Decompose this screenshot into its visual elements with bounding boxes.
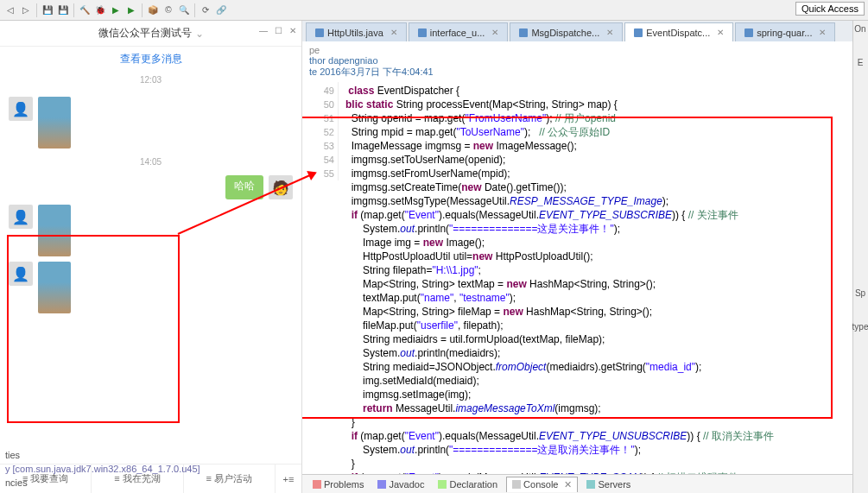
code-line[interactable]: String mediaid=JSONObject.fromObject(med…: [345, 360, 852, 374]
avatar-icon[interactable]: 👤: [9, 205, 33, 229]
console-icon: [512, 480, 521, 489]
tab-declaration[interactable]: Declaration: [433, 477, 503, 491]
timestamp-2: 14:05: [9, 154, 293, 170]
tab-javadoc[interactable]: Javadoc: [372, 477, 429, 491]
image-bubble[interactable]: [38, 205, 71, 256]
frag-jre-library[interactable]: y [com.sun.java.jdk7.win32.x86_64_1.7.0.…: [5, 462, 237, 476]
code-line[interactable]: img.setMediaId(mediaid);: [345, 374, 852, 388]
tab-console[interactable]: Console ✕: [506, 477, 578, 492]
nav-fwd-icon[interactable]: ▷: [19, 3, 33, 17]
editor-tab[interactable]: EventDispatc...✕: [624, 22, 733, 41]
code-line[interactable]: System.out.println("==============这是取消关注…: [345, 443, 852, 457]
code-line[interactable]: }: [345, 457, 852, 471]
code-line[interactable]: fileMap.put("userfile", filepath);: [345, 319, 852, 332]
chat-body[interactable]: 👤 14:05 哈哈 🧑 👤 👤: [0, 88, 301, 464]
sync-icon[interactable]: ⟳: [199, 3, 212, 17]
editor-meta: pe thor dapengniao te 2016年3月7日 下午4:04:4…: [302, 41, 852, 82]
chevron-down-icon[interactable]: ⌄: [195, 28, 204, 40]
tab-problems[interactable]: Problems: [307, 477, 369, 491]
code-line[interactable]: Image img = new Image();: [345, 236, 852, 250]
code-line[interactable]: imgmsg.setToUserName(openid);: [345, 153, 852, 167]
new-class-icon[interactable]: ©: [162, 3, 175, 17]
open-type-icon[interactable]: 🔍: [177, 3, 191, 17]
tab-label: MsgDispatche...: [531, 28, 599, 38]
type-view-icon[interactable]: type: [852, 322, 868, 332]
build-icon[interactable]: 🔨: [78, 3, 92, 17]
code-line[interactable]: String openid = map.get("FromUserName");…: [345, 111, 852, 125]
view-more-link[interactable]: 查看更多消息: [0, 47, 301, 72]
debug-icon[interactable]: 🐞: [93, 3, 107, 17]
code-line[interactable]: Map<String, String> fileMap = new HashMa…: [345, 305, 852, 319]
bottom-view-tabs: Problems Javadoc Declaration Console ✕ S…: [302, 474, 852, 493]
tab-servers[interactable]: Servers: [581, 477, 636, 491]
tab-label: EventDispatc...: [646, 28, 710, 38]
new-pkg-icon[interactable]: 📦: [146, 3, 160, 17]
run-icon[interactable]: ▶: [109, 3, 123, 17]
minimize-icon[interactable]: —: [259, 26, 268, 35]
code-line[interactable]: if (map.get("Event").equals(MessageUtil.…: [345, 471, 852, 474]
code-line[interactable]: return MessageUtil.imageMessageToXml(img…: [345, 401, 852, 415]
code-line[interactable]: ImageMessage imgmsg = new ImageMessage()…: [345, 139, 852, 153]
editor-tab[interactable]: interface_u...✕: [409, 22, 509, 41]
code-line[interactable]: String filepath="H:\\1.jpg";: [345, 263, 852, 277]
tab-label: HttpUtils.java: [327, 28, 383, 38]
code-line[interactable]: imgmsg.setFromUserName(mpid);: [345, 167, 852, 180]
code-line[interactable]: textMap.put("name", "testname");: [345, 291, 852, 305]
close-icon[interactable]: ✕: [819, 28, 826, 37]
java-file-icon: [744, 28, 753, 37]
footer-btn-more[interactable]: +≡: [276, 465, 301, 493]
editor-area: HttpUtils.java✕interface_u...✕MsgDispatc…: [302, 21, 852, 493]
maximize-icon[interactable]: ☐: [275, 26, 282, 35]
java-file-icon: [315, 28, 324, 37]
save-all-icon[interactable]: 💾: [56, 3, 70, 17]
code-line[interactable]: String mpid = map.get("ToUserName"); // …: [345, 125, 852, 139]
quick-access-box[interactable]: Quick Access: [795, 2, 865, 16]
image-bubble[interactable]: [38, 97, 71, 149]
outline-view-icon[interactable]: On: [854, 24, 865, 34]
code-line[interactable]: blic static String processEvent(Map<Stri…: [345, 98, 852, 111]
editor-tab[interactable]: HttpUtils.java✕: [306, 22, 407, 41]
editor-tab[interactable]: spring-quar...✕: [735, 22, 835, 41]
java-file-icon: [634, 28, 643, 37]
close-icon[interactable]: ✕: [564, 479, 572, 490]
package-explorer-fragment: ties y [com.sun.java.jdk7.win32.x86_64_1…: [0, 445, 242, 493]
code-line[interactable]: System.out.println("==============这是关注事件…: [345, 222, 852, 236]
declaration-icon: [438, 480, 447, 489]
close-icon[interactable]: ✕: [390, 28, 397, 37]
frag-ncies: ncies: [5, 476, 237, 490]
code-line[interactable]: }: [345, 415, 852, 429]
image-bubble[interactable]: [38, 262, 71, 313]
code-editor[interactable]: 49505152535455 class EventDispatcher {bl…: [302, 82, 852, 474]
code-line[interactable]: class EventDispatcher {: [345, 84, 852, 98]
close-icon[interactable]: ✕: [289, 26, 296, 35]
perspective-bar: On E Sp type: [852, 24, 868, 332]
run-ext-icon[interactable]: ▶: [124, 3, 138, 17]
text-bubble[interactable]: 哈哈: [225, 175, 263, 199]
editor-tab[interactable]: MsgDispatche...✕: [510, 22, 623, 41]
avatar-icon[interactable]: 👤: [9, 262, 33, 286]
main-toolbar: ◁ ▷ 💾 💾 🔨 🐞 ▶ ▶ 📦 © 🔍 ⟳ 🔗: [0, 0, 868, 21]
chat-title-bar: 微信公众平台测试号 ⌄ — ☐ ✕: [0, 21, 301, 47]
spring-view-icon[interactable]: Sp: [855, 288, 865, 298]
incoming-image-msg: 👤: [9, 262, 293, 313]
save-icon[interactable]: 💾: [41, 3, 54, 17]
close-icon[interactable]: ✕: [491, 28, 498, 37]
code-line[interactable]: if (map.get("Event").equals(MessageUtil.…: [345, 208, 852, 222]
meta-author: thor dapengniao: [309, 55, 378, 66]
code-line[interactable]: if (map.get("Event").equals(MessageUtil.…: [345, 429, 852, 443]
code-line[interactable]: imgmsg.setImage(img);: [345, 388, 852, 401]
code-line[interactable]: String mediaidrs = util.formUpload(textM…: [345, 332, 852, 346]
code-line[interactable]: HttpPostUploadUtil util=new HttpPostUplo…: [345, 250, 852, 263]
code-line[interactable]: imgmsg.setCreateTime(new Date().getTime(…: [345, 180, 852, 194]
explorer-view-icon[interactable]: E: [858, 58, 864, 67]
frag-ties: ties: [5, 448, 237, 462]
close-icon[interactable]: ✕: [606, 28, 613, 37]
link-icon[interactable]: 🔗: [214, 3, 228, 17]
avatar-icon[interactable]: 👤: [9, 97, 33, 121]
code-line[interactable]: Map<String, String> textMap = new HashMa…: [345, 277, 852, 291]
code-line[interactable]: imgmsg.setMsgType(MessageUtil.RESP_MESSA…: [345, 194, 852, 208]
chat-panel: 微信公众平台测试号 ⌄ — ☐ ✕ 查看更多消息 12:03 👤 14:05 哈…: [0, 21, 302, 493]
code-line[interactable]: System.out.println(mediaidrs);: [345, 346, 852, 360]
close-icon[interactable]: ✕: [717, 28, 724, 37]
nav-back-icon[interactable]: ◁: [3, 3, 17, 17]
